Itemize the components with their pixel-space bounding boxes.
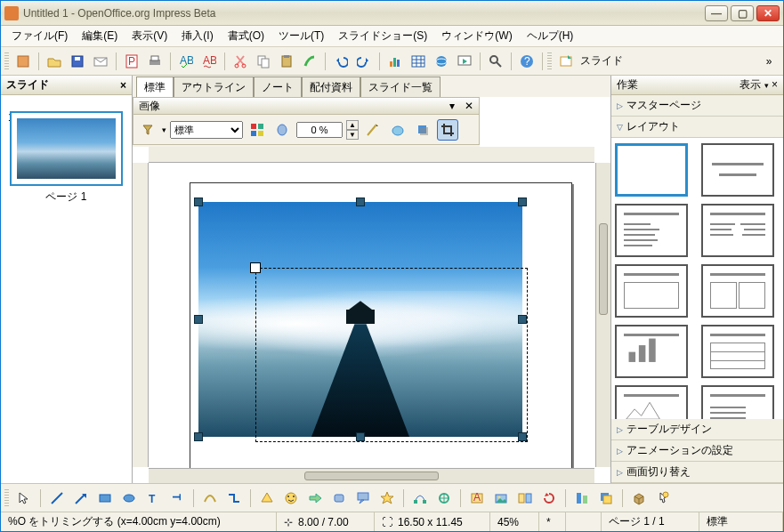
toolbar-overflow-button[interactable]: »: [758, 51, 780, 72]
rectangle-tool[interactable]: [94, 488, 116, 509]
tab-handout[interactable]: 配付資料: [302, 77, 360, 98]
menu-help[interactable]: ヘルプ(H): [521, 27, 579, 45]
filter-button[interactable]: [137, 119, 158, 141]
status-zoom[interactable]: 45%: [490, 512, 539, 531]
symbol-shapes-button[interactable]: [280, 488, 302, 509]
email-button[interactable]: [90, 51, 111, 72]
vtext-tool[interactable]: T: [166, 488, 188, 509]
layout-chart[interactable]: [615, 325, 688, 378]
menu-tools[interactable]: ツール(T): [273, 27, 329, 45]
cut-button[interactable]: [230, 51, 251, 72]
block-arrows-button[interactable]: [304, 488, 326, 509]
task-view-dropdown[interactable]: ▾: [764, 81, 769, 90]
task-view-label[interactable]: 表示: [740, 78, 761, 91]
points-edit-button[interactable]: [409, 488, 431, 509]
new-doc-button[interactable]: [12, 51, 34, 72]
tab-notes[interactable]: ノート: [254, 77, 302, 98]
resize-handle-nw[interactable]: [194, 197, 203, 206]
hyperlink-button[interactable]: [431, 51, 452, 72]
section-transition[interactable]: ▷画面切り替え: [611, 462, 783, 483]
line-tool[interactable]: [46, 488, 68, 509]
filter-dropdown-arrow[interactable]: ▾: [162, 125, 166, 134]
gallery-button[interactable]: [514, 488, 536, 509]
tab-sorter[interactable]: スライド一覧: [360, 77, 440, 98]
menu-edit[interactable]: 編集(E): [77, 27, 123, 45]
crop-corner-marker[interactable]: [250, 262, 261, 273]
spellcheck-button[interactable]: ABC: [175, 51, 197, 72]
layout-title-only[interactable]: [615, 264, 688, 318]
chart-button[interactable]: [384, 51, 406, 72]
extrusion-button[interactable]: [628, 488, 650, 509]
layout-two-boxes[interactable]: [701, 264, 774, 318]
layout-title[interactable]: [701, 143, 774, 197]
layout-text-chart[interactable]: [701, 385, 774, 419]
connector-tool[interactable]: [223, 488, 245, 509]
ruler-vertical[interactable]: [133, 163, 149, 467]
spin-down[interactable]: ▼: [346, 130, 359, 140]
open-button[interactable]: [44, 51, 65, 72]
stars-button[interactable]: [376, 488, 398, 509]
basic-shapes-button[interactable]: [256, 488, 278, 509]
export-pdf-button[interactable]: P: [121, 51, 142, 72]
layout-blank[interactable]: [615, 143, 688, 197]
graphics-mode-select[interactable]: 標準: [170, 121, 243, 139]
color-button[interactable]: [247, 119, 268, 141]
resize-handle-sw[interactable]: [194, 432, 203, 441]
layout-table[interactable]: [701, 325, 774, 378]
horizontal-scrollbar[interactable]: [149, 468, 594, 483]
image-toolbar-pin[interactable]: ▾: [449, 100, 455, 112]
callouts-button[interactable]: [352, 488, 374, 509]
close-button[interactable]: ✕: [756, 5, 780, 21]
from-file-button[interactable]: [490, 488, 512, 509]
minimize-button[interactable]: —: [705, 5, 728, 21]
arrange-button[interactable]: [595, 488, 617, 509]
resize-handle-w[interactable]: [194, 315, 203, 324]
image-toolbar-close[interactable]: ✕: [465, 100, 473, 112]
menu-slideshow[interactable]: スライドショー(S): [333, 27, 432, 45]
flowchart-button[interactable]: [328, 488, 350, 509]
print-button[interactable]: [144, 51, 166, 72]
shadow-button[interactable]: [412, 119, 433, 141]
maximize-button[interactable]: ▢: [731, 5, 754, 21]
menu-window[interactable]: ウィンドウ(W): [436, 27, 517, 45]
slide-insert-button[interactable]: [555, 51, 577, 72]
slide-thumbnail-1[interactable]: [10, 111, 123, 186]
toolbar-grip-2[interactable]: [547, 52, 552, 70]
area-tool-button[interactable]: [387, 119, 408, 141]
curve-tool[interactable]: [199, 488, 221, 509]
autospell-button[interactable]: ABC: [198, 51, 220, 72]
table-button[interactable]: [408, 51, 429, 72]
interaction-button[interactable]: [652, 488, 674, 509]
tab-outline[interactable]: アウトライン: [174, 77, 254, 98]
section-table[interactable]: ▷テーブルデザイン: [611, 419, 783, 440]
section-layout[interactable]: ▽レイアウト: [611, 117, 783, 138]
layout-title-content[interactable]: [615, 204, 688, 257]
layout-two-content[interactable]: [701, 204, 774, 257]
layout-clipart-text[interactable]: [615, 385, 688, 419]
task-panel-close[interactable]: ×: [772, 78, 778, 91]
spin-up[interactable]: ▲: [346, 120, 359, 130]
help-button[interactable]: ?: [516, 51, 537, 72]
menu-insert[interactable]: 挿入(I): [176, 27, 218, 45]
paste-button[interactable]: [276, 51, 297, 72]
fontwork-button[interactable]: A: [466, 488, 488, 509]
select-tool[interactable]: [13, 488, 35, 509]
transparency-input[interactable]: [296, 122, 343, 138]
vertical-scrollbar[interactable]: [595, 163, 610, 467]
redo-button[interactable]: [353, 51, 375, 72]
resize-handle-ne[interactable]: [518, 197, 527, 206]
editing-canvas[interactable]: [133, 147, 610, 483]
crop-rectangle[interactable]: [255, 268, 528, 442]
menu-format[interactable]: 書式(O): [222, 27, 270, 45]
menu-view[interactable]: 表示(V): [126, 27, 173, 45]
alignment-button[interactable]: [571, 488, 593, 509]
arrow-tool[interactable]: [70, 488, 92, 509]
gluepoints-button[interactable]: [433, 488, 455, 509]
menu-file[interactable]: ファイル(F): [6, 27, 73, 45]
tab-normal[interactable]: 標準: [136, 77, 174, 98]
rotate-button[interactable]: [538, 488, 560, 509]
undo-button[interactable]: [330, 51, 352, 72]
text-tool[interactable]: T: [142, 488, 164, 509]
toolbar-grip[interactable]: [4, 52, 9, 70]
section-master[interactable]: ▷マスターページ: [611, 95, 783, 117]
